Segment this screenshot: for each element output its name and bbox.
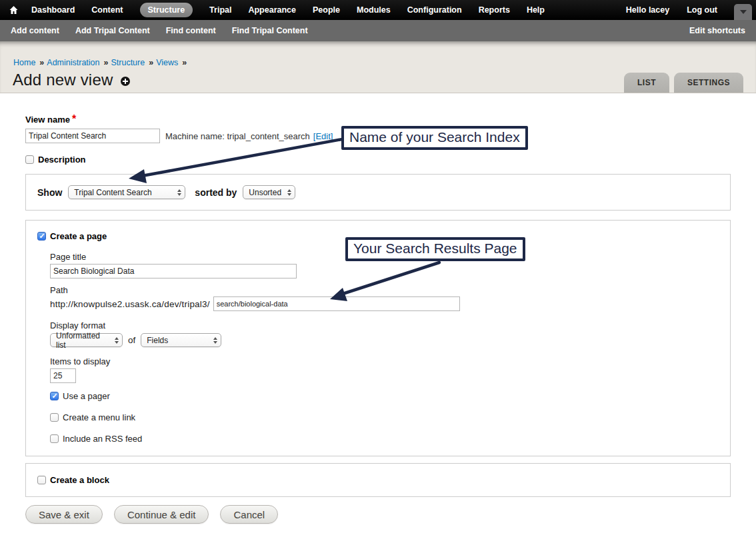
breadcrumb-link[interactable]: Home: [13, 58, 35, 67]
use-pager-checkbox[interactable]: [50, 392, 59, 400]
home-icon[interactable]: [9, 6, 18, 14]
show-label: Show: [37, 187, 62, 198]
admin-menu-item[interactable]: Appearance: [248, 5, 296, 15]
form-actions: Save & exitContinue & editCancel: [25, 505, 731, 524]
toolbar-toggle-button[interactable]: [734, 4, 752, 20]
select-arrows-icon: [177, 189, 181, 196]
breadcrumb-link[interactable]: Administration: [47, 58, 99, 67]
items-to-display-input[interactable]: [50, 368, 76, 383]
breadcrumb-separator: »: [182, 58, 187, 67]
select-arrows-icon: [115, 337, 119, 344]
create-page-label: Create a page: [50, 231, 107, 241]
admin-menu: DashboardContentStructureTripalAppearanc…: [31, 3, 545, 17]
breadcrumb-separator: »: [104, 58, 109, 67]
shortcut-item[interactable]: Find content: [166, 26, 216, 35]
admin-menu-item[interactable]: Reports: [479, 5, 510, 15]
admin-menu-item[interactable]: People: [313, 5, 340, 15]
sorted-by-select[interactable]: Unsorted: [243, 185, 295, 199]
rss-feed-label: Include an RSS feed: [63, 434, 142, 444]
breadcrumb-link[interactable]: Structure: [111, 58, 145, 67]
admin-menu-item[interactable]: Content: [91, 5, 123, 15]
create-block-box: Create a block: [25, 463, 731, 497]
view-name-input[interactable]: [25, 129, 160, 143]
display-format-of-select[interactable]: Fields: [141, 333, 221, 347]
select-arrows-icon: [287, 189, 291, 196]
admin-menu-item[interactable]: Modules: [357, 5, 391, 15]
rss-feed-checkbox[interactable]: [50, 434, 59, 443]
breadcrumb: Home»Administration»Structure»Views»: [0, 41, 756, 67]
select-arrows-icon: [213, 337, 217, 344]
show-settings-box: Show Tripal Content Search sorted by Uns…: [25, 174, 731, 211]
display-format-connector: of: [128, 335, 135, 345]
annotation-name-index: Name of your Search Index: [341, 126, 528, 150]
annotation-results-page: Your Search Results Page: [345, 237, 525, 261]
shortcut-item[interactable]: Add content: [11, 26, 59, 35]
breadcrumb-separator: »: [149, 58, 153, 67]
contextual-help-icon[interactable]: [121, 77, 130, 86]
breadcrumb-link[interactable]: Views: [156, 58, 178, 67]
edit-shortcuts-link[interactable]: Edit shortcuts: [689, 26, 745, 35]
path-input[interactable]: [213, 296, 460, 311]
user-greeting: Hello lacey: [626, 5, 669, 15]
shortcut-bar: Add contentAdd Tripal ContentFind conten…: [0, 20, 756, 41]
action-button[interactable]: Continue & edit: [114, 505, 209, 524]
admin-menu-item[interactable]: Dashboard: [31, 5, 75, 15]
path-label: Path: [50, 285, 719, 295]
view-name-label: View name: [25, 115, 70, 125]
create-page-checkbox[interactable]: [37, 232, 46, 241]
show-select[interactable]: Tripal Content Search: [68, 185, 185, 199]
view-form: View name* Machine name: tripal_content_…: [0, 93, 756, 524]
description-checkbox[interactable]: [25, 155, 34, 164]
admin-menu-item[interactable]: Configuration: [407, 5, 462, 15]
items-to-display-label: Items to display: [50, 356, 719, 366]
header-tab[interactable]: LIST: [624, 73, 669, 93]
logout-link[interactable]: Log out: [687, 5, 717, 15]
shortcut-item[interactable]: Add Tripal Content: [75, 26, 150, 35]
page-title-input[interactable]: [50, 264, 297, 278]
sorted-by-label: sorted by: [195, 187, 237, 198]
display-format-label: Display format: [50, 320, 719, 330]
shortcut-menu: Add contentAdd Tripal ContentFind conten…: [11, 26, 308, 35]
header-tabs: LISTSETTINGS: [624, 73, 743, 93]
display-format-select[interactable]: Unformatted list: [50, 333, 123, 347]
page-title: Add new view: [13, 71, 113, 89]
create-block-checkbox[interactable]: [37, 476, 46, 484]
machine-name-text: Machine name: tripal_content_search: [165, 131, 310, 141]
admin-menu-item[interactable]: Help: [527, 5, 545, 15]
use-pager-label: Use a pager: [63, 391, 110, 401]
page-header: Home»Administration»Structure»Views» Add…: [0, 41, 756, 93]
required-asterisk: *: [72, 113, 76, 125]
header-tab[interactable]: SETTINGS: [674, 73, 743, 93]
menu-link-checkbox[interactable]: [50, 413, 59, 422]
breadcrumb-separator: »: [39, 58, 44, 67]
create-block-label: Create a block: [50, 475, 109, 485]
admin-menu-item[interactable]: Tripal: [209, 5, 231, 15]
admin-toolbar: DashboardContentStructureTripalAppearanc…: [0, 0, 756, 20]
machine-name-edit-link[interactable]: [Edit]: [313, 131, 333, 141]
menu-link-label: Create a menu link: [63, 412, 135, 422]
action-button[interactable]: Save & exit: [25, 505, 103, 524]
shortcut-item[interactable]: Find Tripal Content: [232, 26, 308, 35]
admin-menu-item[interactable]: Structure: [140, 3, 193, 17]
add-new-view-page: DashboardContentStructureTripalAppearanc…: [0, 0, 756, 537]
chevron-down-icon: [740, 10, 747, 14]
path-url-prefix: http://knowpulse2.usask.ca/dev/tripal3/: [50, 299, 210, 309]
description-label: Description: [38, 155, 86, 165]
action-button[interactable]: Cancel: [220, 505, 278, 524]
